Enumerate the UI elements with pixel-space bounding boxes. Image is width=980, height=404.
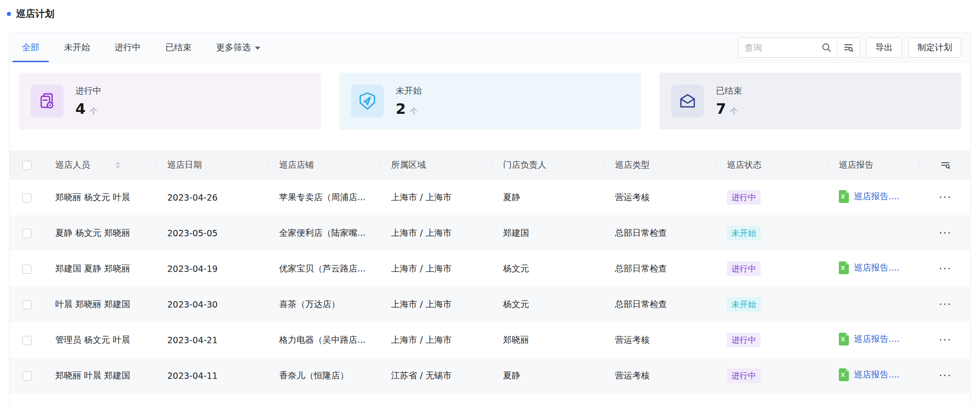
report-link[interactable]: 巡店报告.... [839,261,900,274]
filter-search-icon[interactable] [837,38,859,57]
tab-finished[interactable]: 已结束 [153,32,204,62]
status-badge: 未开始 [727,297,761,311]
shield-send-icon [351,85,384,117]
cell-store: 优家宝贝（芦云路店... [268,251,380,287]
stat-card-finished: 已结束 7 个 [659,73,961,129]
stat-label: 已结束 [716,85,742,97]
report-link[interactable]: 巡店报告.... [839,368,900,381]
cell-date: 2023-04-11 [156,358,268,393]
stat-unit: 个 [410,106,418,117]
cell-status: 未开始 [716,287,828,322]
cell-date: 2023-05-05 [156,215,268,251]
header-status: 巡店状态 [716,150,828,180]
page-header: 巡店计划 [0,0,980,20]
row-checkbox[interactable] [22,372,32,381]
status-badge: 未开始 [727,226,761,240]
cell-date: 2023-04-26 [156,180,268,215]
cell-date: 2023-04-21 [156,322,268,358]
more-actions-icon[interactable]: ··· [939,370,952,382]
table-row: 郑晓丽 叶晨 郑建国 2023-04-11 香奈儿（恒隆店） 江苏省 / 无锡市… [10,358,971,393]
cell-status: 进行中 [716,251,828,287]
cell-region: 江苏省 / 无锡市 [380,358,492,393]
stat-value: 4 [75,100,85,117]
cell-staff: 叶晨 郑晓丽 郑建国 [44,287,156,322]
tab-not-started-label: 未开始 [64,42,90,53]
more-actions-icon[interactable]: ··· [939,227,952,239]
status-tabs: 全部 未开始 进行中 已结束 更多筛选 [10,32,273,62]
export-button-label: 导出 [875,42,893,53]
cell-report: 巡店报告.... [828,322,919,358]
header-staff-label: 巡店人员 [55,159,90,170]
report-link-label: 巡店报告.... [854,262,900,274]
cell-type: 总部日常检查 [604,287,716,322]
inspection-table: 巡店人员 巡店日期 巡店店铺 所属区域 门店负责人 巡店类型 巡店状态 巡店报告 [10,150,970,393]
sort-icon[interactable] [116,162,120,169]
cell-store: 香奈儿（恒隆店） [268,358,380,393]
stat-label: 未开始 [396,85,422,97]
cell-region: 上海市 / 上海市 [380,322,492,358]
more-actions-icon[interactable]: ··· [939,334,952,346]
stat-card-ongoing: 进行中 4 个 [19,73,321,129]
report-link-label: 巡店报告.... [854,369,900,381]
report-link[interactable]: 巡店报告.... [839,333,900,346]
row-checkbox[interactable] [22,265,32,274]
header-manager: 门店负责人 [492,150,604,180]
create-plan-button-label: 制定计划 [917,42,952,53]
cell-region: 上海市 / 上海市 [380,287,492,322]
cell-status: 进行中 [716,322,828,358]
more-actions-icon[interactable]: ··· [939,298,952,310]
row-checkbox[interactable] [22,336,32,345]
select-all-checkbox[interactable] [22,161,32,170]
cell-report [828,215,919,251]
stat-value: 2 [396,100,406,117]
search-input[interactable] [738,38,816,57]
header-store: 巡店店铺 [268,150,380,180]
cell-manager: 杨文元 [492,251,604,287]
report-link[interactable]: 巡店报告.... [839,190,900,203]
header-type: 巡店类型 [604,150,716,180]
more-actions-icon[interactable]: ··· [939,263,952,275]
cell-region: 上海市 / 上海市 [380,251,492,287]
cell-type: 总部日常检查 [604,215,716,251]
cell-staff: 郑建国 夏静 郑晓丽 [44,251,156,287]
row-checkbox[interactable] [22,193,32,202]
header-staff[interactable]: 巡店人员 [44,150,156,180]
tab-more-filters[interactable]: 更多筛选 [204,32,273,62]
row-checkbox[interactable] [22,229,32,238]
cell-store: 苹果专卖店（周浦店... [268,180,380,215]
tab-all[interactable]: 全部 [10,32,52,62]
cell-staff: 郑晓丽 叶晨 郑建国 [44,358,156,393]
create-plan-button[interactable]: 制定计划 [908,37,961,58]
status-badge: 进行中 [727,261,761,276]
cell-region: 上海市 / 上海市 [380,180,492,215]
tab-not-started[interactable]: 未开始 [52,32,102,62]
tab-ongoing-label: 进行中 [115,42,141,53]
more-actions-icon[interactable]: ··· [939,191,952,203]
envelope-icon [671,85,704,117]
cell-status: 未开始 [716,215,828,251]
cell-report [828,287,919,322]
tab-ongoing[interactable]: 进行中 [102,32,153,62]
stat-label: 进行中 [75,85,101,97]
export-button[interactable]: 导出 [866,37,902,58]
cell-status: 进行中 [716,358,828,393]
search-icon[interactable] [816,38,837,57]
stat-card-text: 已结束 7 个 [716,85,742,117]
table-row: 郑晓丽 杨文元 叶晨 2023-04-26 苹果专卖店（周浦店... 上海市 /… [10,180,971,215]
cell-staff: 管理员 杨文元 叶晨 [44,322,156,358]
report-link-label: 巡店报告.... [854,191,900,202]
inspection-doc-icon [31,85,64,117]
table-row: 叶晨 郑晓丽 郑建国 2023-04-30 喜茶（万达店） 上海市 / 上海市 … [10,287,971,322]
stat-value: 7 [716,100,726,117]
column-settings-icon[interactable] [940,159,951,170]
tab-all-label: 全部 [22,42,39,53]
status-badge: 进行中 [727,333,761,347]
stat-card-text: 进行中 4 个 [75,85,101,117]
header-report: 巡店报告 [828,150,919,180]
table-row: 郑建国 夏静 郑晓丽 2023-04-19 优家宝贝（芦云路店... 上海市 /… [10,251,971,287]
row-checkbox[interactable] [22,300,32,309]
table-row: 夏静 杨文元 郑晓丽 2023-05-05 全家便利店（陆家嘴... 上海市 /… [10,215,971,251]
stat-unit: 个 [90,106,97,117]
cell-store: 格力电器（吴中路店... [268,322,380,358]
toolbar: 导出 制定计划 [738,37,961,58]
